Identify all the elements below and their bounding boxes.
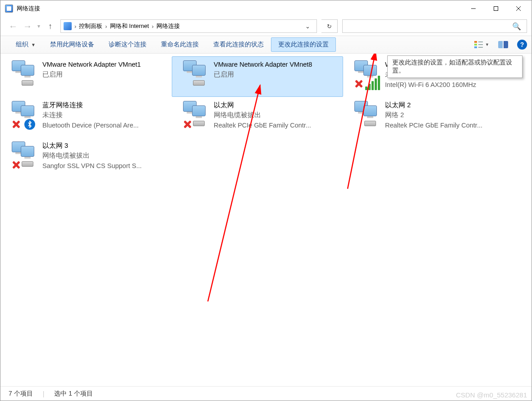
adapter-status: 已启用 xyxy=(42,69,166,79)
view-list-icon xyxy=(474,41,483,48)
preview-pane-button[interactable] xyxy=(494,36,513,53)
status-item-count: 7 个项目 xyxy=(9,390,33,398)
view-status-button[interactable]: 查看此连接的状态 xyxy=(206,36,271,53)
network-adapter-item[interactable]: 以太网网络电缆被拔出Realtek PCIe GbE Family Contr.… xyxy=(172,97,343,137)
breadcrumb-segment[interactable]: 网络和 Internet xyxy=(110,22,149,30)
statusbar: 7 个项目 | 选中 1 个项目 xyxy=(0,386,532,401)
window: 网络连接 ← → ▾ ↑ › 控制面板 › 网络和 I xyxy=(0,0,532,401)
network-adapter-item[interactable]: VMware Network Adapter VMnet8已启用 xyxy=(172,56,343,97)
adapter-detail: Realtek PCIe GbE Family Contr... xyxy=(385,120,509,130)
nav-up-button[interactable]: ↑ xyxy=(48,22,52,31)
adapter-detail: Intel(R) Wi-Fi 6 AX200 160MHz xyxy=(385,80,509,90)
change-settings-button[interactable]: 更改此连接的设置 xyxy=(271,37,336,52)
search-icon: 🔍 xyxy=(512,22,521,31)
network-adapter-item[interactable]: 蓝牙网络连接未连接Bluetooth Device (Personal Are.… xyxy=(0,97,172,137)
network-adapter-item[interactable]: VMware Network Adapter VMnet1已启用 xyxy=(0,56,172,97)
adapter-status: 已启用 xyxy=(214,69,337,79)
network-adapter-icon xyxy=(183,100,208,130)
refresh-button[interactable]: ↻ xyxy=(321,19,338,33)
address-icon xyxy=(64,22,72,30)
breadcrumb-segment[interactable]: 控制面板 xyxy=(79,22,102,30)
adapter-name: 以太网 3 xyxy=(42,141,166,150)
app-icon xyxy=(5,5,13,13)
nav-back-button[interactable]: ← xyxy=(9,21,18,32)
adapter-status: 网络电缆被拔出 xyxy=(214,110,337,120)
help-button[interactable]: ? xyxy=(513,36,532,53)
nav-history-dropdown[interactable]: ▾ xyxy=(37,23,40,29)
navbar: ← → ▾ ↑ › 控制面板 › 网络和 Internet › 网络连接 ⌄ ↻… xyxy=(0,17,532,36)
adapter-detail: Bluetooth Device (Personal Are... xyxy=(42,120,166,130)
rename-button[interactable]: 重命名此连接 xyxy=(154,36,206,53)
adapter-status: 未连接 xyxy=(42,110,166,120)
network-adapter-icon xyxy=(12,100,37,130)
network-adapter-icon xyxy=(12,141,37,170)
adapter-status: 网络电缆被拔出 xyxy=(42,150,166,160)
network-adapter-item[interactable]: 以太网 3网络电缆被拔出Sangfor SSL VPN CS Support S… xyxy=(0,137,172,178)
adapter-detail: Realtek PCIe GbE Family Contr... xyxy=(214,120,337,130)
toolbar: 组织▼ 禁用此网络设备 诊断这个连接 重命名此连接 查看此连接的状态 更改此连接… xyxy=(0,36,532,54)
breadcrumb: › 控制面板 › 网络和 Internet › 网络连接 xyxy=(74,22,180,30)
adapter-name: VMware Network Adapter VMnet1 xyxy=(42,59,166,69)
close-button[interactable] xyxy=(507,1,530,16)
adapter-name: 蓝牙网络连接 xyxy=(42,100,166,110)
address-dropdown[interactable]: ⌄ xyxy=(301,23,315,30)
adapter-name: VMware Network Adapter VMnet8 xyxy=(214,59,337,69)
window-title: 网络连接 xyxy=(17,5,40,13)
svg-rect-1 xyxy=(494,7,498,11)
nav-forward-button[interactable]: → xyxy=(23,21,32,32)
content-area: 更改此连接的设置，如适配器或协议配置设置。 VMware Network Ada… xyxy=(0,54,532,386)
adapter-status: 网络 2 xyxy=(385,110,509,120)
network-adapter-icon xyxy=(354,100,380,130)
minimize-button[interactable] xyxy=(462,1,485,16)
adapter-detail: Sangfor SSL VPN CS Support S... xyxy=(42,161,166,171)
network-adapter-icon xyxy=(183,59,208,89)
adapter-name: 以太网 2 xyxy=(385,100,509,110)
network-adapter-icon xyxy=(354,59,380,89)
titlebar: 网络连接 xyxy=(0,0,532,17)
watermark: CSDN @m0_55236281 xyxy=(456,391,527,399)
organize-button[interactable]: 组织▼ xyxy=(9,36,43,53)
status-selected-count: 选中 1 个项目 xyxy=(54,390,93,398)
address-bar[interactable]: › 控制面板 › 网络和 Internet › 网络连接 ⌄ xyxy=(60,19,317,33)
network-adapter-icon xyxy=(12,59,37,89)
help-icon: ? xyxy=(517,40,527,50)
preview-pane-icon xyxy=(498,41,508,48)
adapter-name: 以太网 xyxy=(214,100,337,110)
view-mode-button[interactable]: ▼ xyxy=(470,36,494,53)
diagnose-button[interactable]: 诊断这个连接 xyxy=(101,36,154,53)
maximize-button[interactable] xyxy=(485,1,507,16)
tooltip: 更改此连接的设置，如适配器或协议配置设置。 xyxy=(387,55,523,78)
network-adapter-item[interactable]: 以太网 2网络 2Realtek PCIe GbE Family Contr..… xyxy=(343,97,514,137)
disable-device-button[interactable]: 禁用此网络设备 xyxy=(43,36,101,53)
breadcrumb-segment[interactable]: 网络连接 xyxy=(156,22,180,30)
search-input[interactable]: 🔍 xyxy=(342,19,527,33)
